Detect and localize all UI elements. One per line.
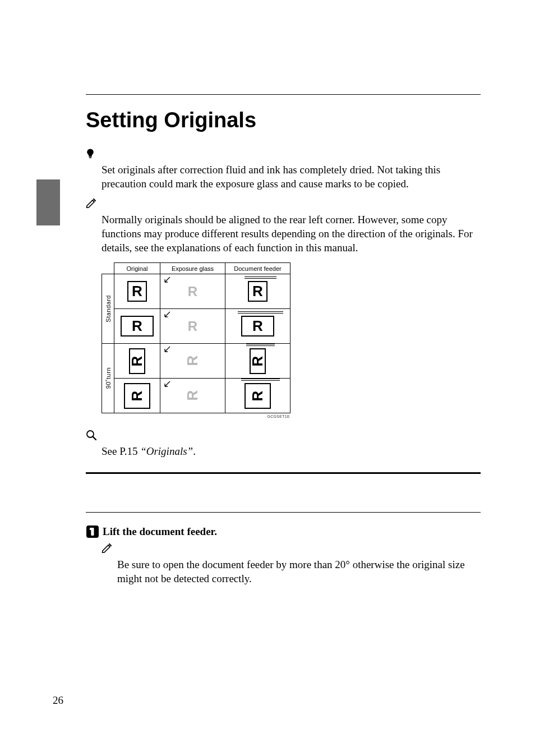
dia-90-glass-portrait: R bbox=[160, 344, 225, 379]
page-title: Setting Originals bbox=[86, 108, 481, 132]
reference-text: See P.15 “Originals”. bbox=[102, 444, 481, 458]
dia-standard-original-landscape: R bbox=[114, 309, 160, 344]
note-1-text: Normally originals should be aligned to … bbox=[102, 213, 481, 255]
diagram-code: GCGSET1E bbox=[102, 414, 290, 418]
dia-standard-feeder-portrait: R bbox=[225, 274, 290, 309]
svg-line-5 bbox=[93, 437, 96, 440]
step-note-block: Be sure to open the document feeder by m… bbox=[102, 543, 481, 586]
page-content: Setting Originals Set originals after co… bbox=[0, 0, 535, 756]
reference-tail: . bbox=[193, 445, 196, 457]
dia-90-feeder-portrait: R bbox=[225, 344, 290, 379]
top-rule bbox=[86, 94, 481, 95]
page-number: 26 bbox=[53, 694, 63, 707]
step-note-text: Be sure to open the document feeder by m… bbox=[117, 557, 481, 586]
step-1-badge-icon bbox=[86, 525, 99, 538]
dia-90-original-landscape: R bbox=[114, 379, 160, 413]
lightbulb-icon bbox=[86, 148, 95, 162]
magnifier-icon bbox=[86, 430, 97, 444]
section-rule-thin bbox=[86, 512, 481, 513]
dia-row-90turn: 90˚turn bbox=[102, 344, 114, 413]
svg-point-0 bbox=[87, 149, 94, 155]
svg-rect-8 bbox=[90, 528, 92, 530]
dia-90-glass-landscape: R bbox=[160, 379, 225, 413]
step-1: Lift the document feeder. bbox=[86, 525, 481, 538]
reference-block: See P.15 “Originals”. bbox=[86, 430, 481, 458]
dia-row-standard: Standard bbox=[102, 274, 114, 344]
limitation-text: Set originals after correction fluid and… bbox=[102, 163, 481, 191]
step-1-text: Lift the document feeder. bbox=[103, 525, 217, 538]
dia-hdr-original: Original bbox=[114, 263, 160, 274]
dia-standard-original-portrait: R bbox=[114, 274, 160, 309]
dia-hdr-feeder: Document feeder bbox=[225, 263, 290, 274]
svg-rect-1 bbox=[89, 155, 92, 156]
dia-90-original-portrait: R bbox=[114, 344, 160, 379]
pencil-icon bbox=[102, 543, 113, 556]
section-rule-thick bbox=[86, 472, 481, 474]
limitation-block: Set originals after correction fluid and… bbox=[86, 148, 481, 191]
dia-standard-feeder-landscape: R bbox=[225, 309, 290, 344]
dia-hdr-glass: Exposure glass bbox=[160, 263, 225, 274]
svg-rect-3 bbox=[89, 158, 91, 158]
reference-title: “Originals” bbox=[140, 445, 193, 457]
orientation-diagram: Original Exposure glass Document feeder … bbox=[102, 262, 481, 413]
svg-rect-2 bbox=[89, 157, 92, 158]
reference-see: See bbox=[102, 445, 119, 457]
pencil-icon bbox=[86, 198, 97, 211]
reference-page: P.15 bbox=[119, 445, 140, 457]
note-block-1: Normally originals should be aligned to … bbox=[86, 198, 481, 255]
dia-90-feeder-landscape: R bbox=[225, 379, 290, 413]
dia-standard-glass-landscape: R bbox=[160, 309, 225, 344]
dia-standard-glass-portrait: R bbox=[160, 274, 225, 309]
